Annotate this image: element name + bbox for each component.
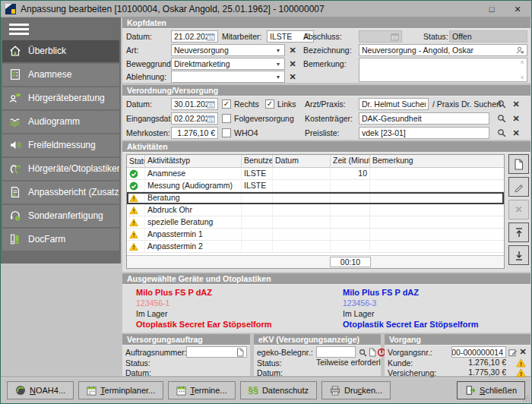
sidebar-item-anamnese[interactable]: Anamnese	[2, 64, 119, 86]
vorgangsnr-field[interactable]: 100-000000014	[451, 346, 506, 358]
checkbox-unchecked[interactable]	[222, 128, 231, 137]
move-down-button[interactable]	[508, 245, 529, 265]
art-label: Art:	[126, 45, 138, 56]
status-cell: !	[127, 204, 145, 216]
beweggrund-dropdown[interactable]: Direktmarketing ▾	[171, 58, 285, 70]
person-edit-icon[interactable]	[516, 46, 524, 55]
sidebar-item-ueberblick[interactable]: Überblick	[2, 40, 119, 62]
scroll-up-icon[interactable]: ∧	[518, 59, 526, 65]
printer-icon	[330, 386, 340, 396]
table-row[interactable]: Messung (Audiogramm) ILSTE	[127, 180, 504, 192]
device-serial: 123456-3	[343, 298, 532, 308]
paragraph-icon: §§	[249, 385, 258, 396]
svg-text:31: 31	[209, 117, 214, 122]
bemerkung-textarea[interactable]	[359, 58, 527, 82]
clear-icon[interactable]: ✕	[511, 98, 521, 110]
pencil-icon	[514, 181, 524, 192]
edit-activity-button[interactable]	[508, 177, 529, 197]
arzt-field[interactable]: Dr. Helmut Suchert	[359, 98, 429, 110]
clear-icon[interactable]: ✕	[288, 58, 297, 70]
calendar-icon[interactable]: 31	[207, 33, 215, 41]
clear-icon[interactable]: ✕	[288, 71, 297, 83]
who4-checkbox[interactable]: WHO4	[222, 127, 258, 138]
noah4-button[interactable]: NOAH4...	[7, 381, 74, 399]
search-icon[interactable]	[496, 98, 507, 110]
search-icon[interactable]	[357, 346, 368, 358]
table-header: Status Aktivitätstyp Benutzer Datum Zeit…	[127, 155, 504, 168]
document-icon[interactable]	[236, 348, 244, 357]
table-row[interactable]: ! Anpasstermin 2	[127, 241, 504, 253]
svg-text:31: 31	[393, 35, 397, 39]
table-row-selected[interactable]: ! Beratung	[127, 192, 504, 204]
folgeversorgung-checkbox[interactable]: Folgeversorgung	[222, 112, 294, 124]
sidebar-item-label: Hörgeräte/Otoplastiken	[28, 163, 119, 174]
section-geraete-header: Ausgewählte Geräte und Otoplastiken	[122, 273, 530, 284]
device-left-ear: Milo Plus FS P dAZ 123456-3 Im Lager Oto…	[343, 287, 532, 330]
sidebar-item-audiogramm[interactable]: Audiogramm	[2, 111, 119, 133]
resize-grip[interactable]	[522, 394, 530, 402]
move-up-button[interactable]	[508, 223, 529, 242]
sidebar-item-docfarm[interactable]: DocFarm	[2, 229, 119, 251]
close-button[interactable]: ✕	[507, 2, 528, 16]
checkbox-unchecked[interactable]	[222, 114, 231, 123]
sidebar-item-hoergeraeteberatung[interactable]: Hörgeräteberatung	[2, 87, 119, 109]
scroll-down-icon[interactable]: ∨	[518, 74, 526, 80]
datum-label: Datum:	[125, 368, 151, 379]
mehrkosten-field[interactable]: 1.276,10 €	[171, 127, 218, 139]
chevron-down-icon[interactable]: ▾	[274, 47, 282, 54]
titlebar: Anpassung bearbeiten [10100004, Oskar An…	[1, 1, 531, 17]
clear-icon[interactable]: ✕	[511, 127, 521, 139]
maximize-button[interactable]: □	[481, 2, 502, 16]
egeko-belegnr-field[interactable]	[316, 346, 356, 358]
kunde-value: 1.276,10 €	[451, 358, 506, 368]
calendar-icon[interactable]: 31	[207, 115, 215, 123]
bezeichnung-field[interactable]: Neuversorgung - Angold, Oskar	[359, 44, 527, 56]
chevron-down-icon[interactable]: ▾	[274, 74, 282, 80]
verordnung-datum-field[interactable]: 30.01.2023 31	[171, 98, 218, 110]
docfarm-icon	[8, 232, 22, 246]
ablehnung-dropdown[interactable]: ▾	[171, 71, 285, 83]
status-label: Status:	[423, 31, 448, 43]
add-activity-button[interactable]	[508, 154, 529, 174]
termine-button[interactable]: Termine...	[168, 381, 235, 399]
sidebar-item-freifeldmessung[interactable]: Freifeldmessung	[2, 134, 119, 156]
delete-activity-button[interactable]: ✕	[508, 200, 529, 219]
chevron-down-icon[interactable]: ▾	[274, 61, 282, 68]
checkbox-checked-icon[interactable]: ✓	[265, 99, 274, 109]
kostentraeger-field[interactable]: DAK-Gesundheit	[359, 112, 489, 125]
sidebar-item-label: Hörgeräteberatung	[28, 93, 105, 103]
art-dropdown[interactable]: Neuversorgung ▾	[171, 44, 285, 56]
search-icon[interactable]	[496, 112, 507, 125]
device-name: Milo Plus FS P dAZ	[136, 287, 326, 298]
sidebar-item-anpassbericht[interactable]: Anpassbericht (Zusatz)	[2, 181, 119, 204]
table-row[interactable]: Anamnese ILSTE 10	[127, 168, 504, 180]
status-value: Teilweise erforderlich (siehe	[316, 358, 381, 368]
eingangsdatum-field[interactable]: 02.02.2023 31	[171, 112, 218, 125]
datenschutz-button[interactable]: §§ Datenschutz	[240, 381, 318, 399]
table-row[interactable]: ! Anpasstermin 1	[127, 229, 504, 241]
preisliste-field[interactable]: vdek [23-01]	[359, 127, 489, 139]
clear-icon[interactable]: ✕	[288, 44, 297, 56]
drucken-button[interactable]: Drucken...	[321, 381, 391, 399]
rechts-checkbox[interactable]: ✓ Rechts	[222, 98, 259, 109]
clear-icon[interactable]: ✕	[511, 112, 521, 125]
search-icon[interactable]	[496, 127, 507, 139]
svg-text:31: 31	[209, 35, 214, 39]
auftragsnummer-field[interactable]	[186, 346, 247, 358]
abschluss-field: 31	[359, 30, 402, 43]
arzt-praxis-label: Arzt/Praxis:	[305, 99, 346, 110]
links-checkbox[interactable]: ✓ Links	[265, 98, 296, 109]
terminplaner-button[interactable]: Terminplaner...	[78, 381, 163, 399]
table-row[interactable]: ! Abdruck Ohr	[127, 204, 504, 216]
calendar-icon[interactable]: 31	[207, 100, 215, 109]
menu-icon[interactable]	[9, 24, 29, 35]
egeko-belegnr-label: egeko-Belegnr.:	[257, 347, 313, 358]
schliessen-button[interactable]: Schließen	[457, 381, 525, 399]
clear-icon[interactable]: ✕	[518, 346, 527, 358]
consultation-icon	[8, 91, 22, 105]
checkbox-checked-icon[interactable]: ✓	[222, 99, 231, 109]
sidebar-item-hoergeraete-otoplastiken[interactable]: Hörgeräte/Otoplastiken	[2, 158, 119, 180]
table-row[interactable]: ! spezielle Beratung	[127, 216, 504, 229]
datum-field[interactable]: 21.02.2023 31	[171, 30, 218, 43]
sidebar-item-sonderanfertigung[interactable]: Sonderanfertigung	[2, 205, 119, 227]
